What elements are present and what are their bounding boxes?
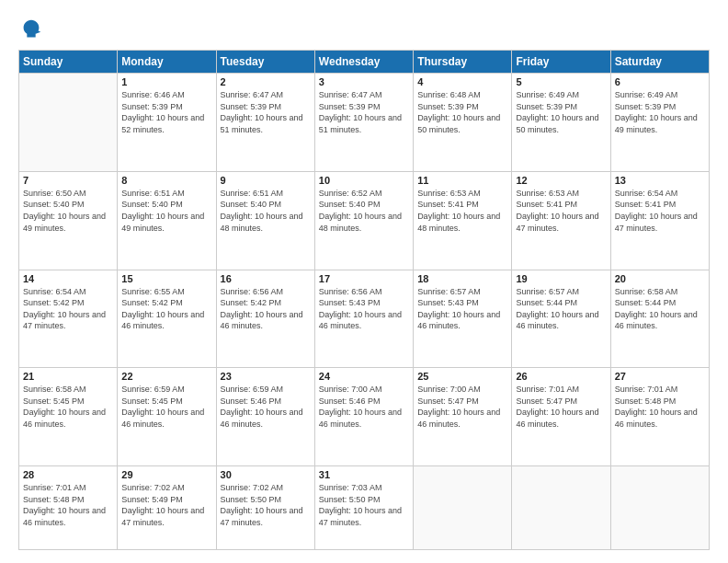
day-info: Sunrise: 7:02 AM Sunset: 5:50 PM Dayligh… [221,482,311,528]
logo [18,17,48,42]
day-number: 29 [121,469,211,480]
sunrise-text: Sunrise: 7:01 AM [23,483,86,492]
day-number: 11 [417,175,507,186]
day-number: 6 [615,76,705,87]
calendar-cell: 5 Sunrise: 6:49 AM Sunset: 5:39 PM Dayli… [512,74,610,172]
day-number: 27 [615,371,705,382]
calendar-week-row: 28 Sunrise: 7:01 AM Sunset: 5:48 PM Dayl… [19,466,710,550]
sunset-text: Sunset: 5:46 PM [221,396,282,406]
sunset-text: Sunset: 5:43 PM [417,298,479,307]
sunset-text: Sunset: 5:39 PM [221,102,282,111]
sunrise-text: Sunrise: 6:56 AM [221,287,284,296]
sunset-text: Sunset: 5:40 PM [23,200,85,209]
sunrise-text: Sunrise: 6:49 AM [516,90,579,99]
weekday-header-wednesday: Wednesday [314,51,413,74]
day-info: Sunrise: 6:51 AM Sunset: 5:40 PM Dayligh… [121,188,211,234]
day-number: 13 [615,175,705,186]
daylight-text: Daylight: 10 hours and 46 minutes. [516,310,598,331]
sunrise-text: Sunrise: 6:51 AM [221,189,284,198]
day-info: Sunrise: 7:01 AM Sunset: 5:48 PM Dayligh… [615,384,705,430]
sunrise-text: Sunrise: 6:47 AM [221,90,284,99]
calendar-cell: 23 Sunrise: 6:59 AM Sunset: 5:46 PM Dayl… [216,368,314,466]
calendar-cell: 9 Sunrise: 6:51 AM Sunset: 5:40 PM Dayli… [216,171,314,270]
sunrise-text: Sunrise: 6:54 AM [615,189,678,198]
day-info: Sunrise: 6:57 AM Sunset: 5:43 PM Dayligh… [417,286,507,332]
day-info: Sunrise: 6:57 AM Sunset: 5:44 PM Dayligh… [516,286,606,332]
calendar-cell: 26 Sunrise: 7:01 AM Sunset: 5:47 PM Dayl… [512,368,610,466]
sunset-text: Sunset: 5:40 PM [319,200,381,209]
daylight-text: Daylight: 10 hours and 46 minutes. [23,506,106,527]
calendar-cell: 3 Sunrise: 6:47 AM Sunset: 5:39 PM Dayli… [314,74,413,172]
daylight-text: Daylight: 10 hours and 51 minutes. [221,113,303,134]
sunset-text: Sunset: 5:42 PM [221,298,282,307]
sunrise-text: Sunrise: 6:59 AM [121,385,185,394]
day-info: Sunrise: 6:53 AM Sunset: 5:41 PM Dayligh… [516,188,606,234]
sunset-text: Sunset: 5:41 PM [615,200,677,209]
daylight-text: Daylight: 10 hours and 46 minutes. [221,408,303,429]
daylight-text: Daylight: 10 hours and 46 minutes. [417,408,500,429]
daylight-text: Daylight: 10 hours and 46 minutes. [319,408,402,429]
calendar-cell: 27 Sunrise: 7:01 AM Sunset: 5:48 PM Dayl… [610,368,709,466]
daylight-text: Daylight: 10 hours and 46 minutes. [121,408,204,429]
daylight-text: Daylight: 10 hours and 46 minutes. [319,310,402,331]
day-info: Sunrise: 7:01 AM Sunset: 5:47 PM Dayligh… [516,384,606,430]
daylight-text: Daylight: 10 hours and 48 minutes. [319,212,402,233]
day-number: 20 [615,273,705,284]
day-number: 12 [516,175,606,186]
sunset-text: Sunset: 5:48 PM [23,495,85,504]
sunset-text: Sunset: 5:41 PM [516,200,577,209]
calendar-cell: 19 Sunrise: 6:57 AM Sunset: 5:44 PM Dayl… [512,270,610,368]
calendar-cell: 30 Sunrise: 7:02 AM Sunset: 5:50 PM Dayl… [216,466,314,550]
day-number: 4 [417,76,507,87]
day-number: 24 [319,371,409,382]
day-info: Sunrise: 7:02 AM Sunset: 5:49 PM Dayligh… [121,482,211,528]
weekday-header-monday: Monday [118,51,216,74]
daylight-text: Daylight: 10 hours and 49 minutes. [615,113,698,134]
day-info: Sunrise: 6:49 AM Sunset: 5:39 PM Dayligh… [615,89,705,135]
daylight-text: Daylight: 10 hours and 47 minutes. [319,506,402,527]
day-info: Sunrise: 6:59 AM Sunset: 5:45 PM Dayligh… [121,384,211,430]
calendar-cell [19,74,118,172]
calendar-cell: 8 Sunrise: 6:51 AM Sunset: 5:40 PM Dayli… [118,171,216,270]
daylight-text: Daylight: 10 hours and 46 minutes. [221,310,303,331]
day-number: 1 [121,76,211,87]
day-info: Sunrise: 6:59 AM Sunset: 5:46 PM Dayligh… [221,384,311,430]
daylight-text: Daylight: 10 hours and 48 minutes. [221,212,303,233]
weekday-header-thursday: Thursday [414,51,512,74]
sunrise-text: Sunrise: 7:01 AM [615,385,678,394]
sunset-text: Sunset: 5:49 PM [121,495,183,504]
calendar-cell: 11 Sunrise: 6:53 AM Sunset: 5:41 PM Dayl… [414,171,512,270]
calendar-cell: 22 Sunrise: 6:59 AM Sunset: 5:45 PM Dayl… [118,368,216,466]
calendar-cell: 31 Sunrise: 7:03 AM Sunset: 5:50 PM Dayl… [314,466,413,550]
sunset-text: Sunset: 5:39 PM [516,102,577,111]
day-info: Sunrise: 7:00 AM Sunset: 5:47 PM Dayligh… [417,384,507,430]
daylight-text: Daylight: 10 hours and 46 minutes. [121,310,204,331]
sunset-text: Sunset: 5:39 PM [615,102,677,111]
weekday-header-row: SundayMondayTuesdayWednesdayThursdayFrid… [19,51,710,74]
sunrise-text: Sunrise: 6:47 AM [319,90,382,99]
day-info: Sunrise: 7:00 AM Sunset: 5:46 PM Dayligh… [319,384,409,430]
sunrise-text: Sunrise: 6:57 AM [516,287,579,296]
daylight-text: Daylight: 10 hours and 50 minutes. [417,113,500,134]
sunrise-text: Sunrise: 6:59 AM [221,385,284,394]
calendar-cell: 17 Sunrise: 6:56 AM Sunset: 5:43 PM Dayl… [314,270,413,368]
header [18,17,710,42]
weekday-header-tuesday: Tuesday [216,51,314,74]
calendar-cell: 10 Sunrise: 6:52 AM Sunset: 5:40 PM Dayl… [314,171,413,270]
day-info: Sunrise: 6:58 AM Sunset: 5:44 PM Dayligh… [615,286,705,332]
day-number: 14 [23,273,113,284]
calendar-cell: 25 Sunrise: 7:00 AM Sunset: 5:47 PM Dayl… [414,368,512,466]
calendar-cell: 2 Sunrise: 6:47 AM Sunset: 5:39 PM Dayli… [216,74,314,172]
daylight-text: Daylight: 10 hours and 47 minutes. [615,212,698,233]
daylight-text: Daylight: 10 hours and 46 minutes. [23,408,106,429]
calendar-cell: 24 Sunrise: 7:00 AM Sunset: 5:46 PM Dayl… [314,368,413,466]
sunset-text: Sunset: 5:44 PM [615,298,677,307]
day-info: Sunrise: 6:49 AM Sunset: 5:39 PM Dayligh… [516,89,606,135]
calendar-cell: 14 Sunrise: 6:54 AM Sunset: 5:42 PM Dayl… [19,270,118,368]
calendar-week-row: 1 Sunrise: 6:46 AM Sunset: 5:39 PM Dayli… [19,74,710,172]
day-number: 22 [121,371,211,382]
sunrise-text: Sunrise: 6:46 AM [121,90,185,99]
calendar-cell: 7 Sunrise: 6:50 AM Sunset: 5:40 PM Dayli… [19,171,118,270]
day-number: 28 [23,469,113,480]
sunrise-text: Sunrise: 6:50 AM [23,189,86,198]
